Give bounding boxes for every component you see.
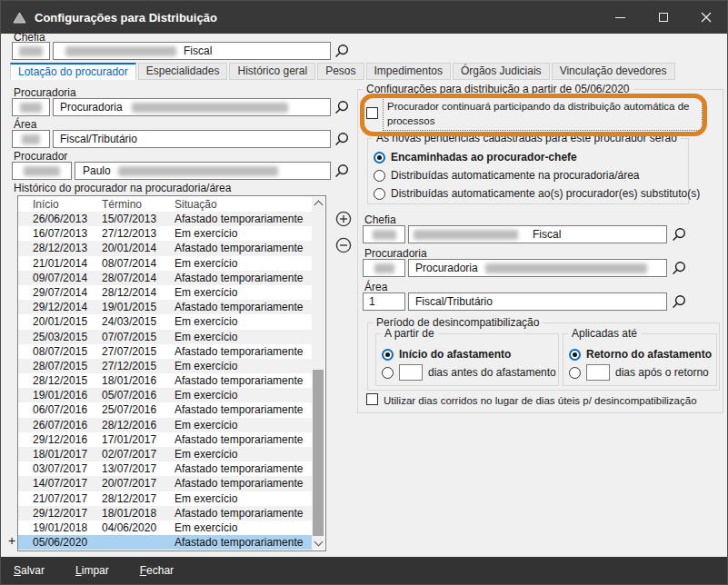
table-cell: 16/07/2013 — [18, 226, 102, 241]
table-row[interactable]: 20/01/201524/03/2015Em exercício — [18, 314, 312, 329]
procurador-label: Procurador — [14, 150, 67, 163]
scrollbar-thumb[interactable] — [313, 370, 324, 536]
limpar-button[interactable]: Limpar — [75, 564, 109, 577]
minus-circle-icon — [335, 237, 352, 253]
continua-checkbox-label[interactable]: Procurador continuará participando da di… — [383, 96, 703, 131]
area-code-field[interactable] — [12, 130, 50, 148]
procurador-search-button[interactable] — [334, 164, 349, 179]
scroll-up-icon[interactable] — [314, 201, 324, 210]
column-header[interactable]: Início — [18, 198, 102, 211]
add-button[interactable] — [335, 211, 352, 227]
table-row[interactable]: 18/01/201702/07/2017Em exercício — [18, 447, 312, 461]
area-name-field[interactable]: Fiscal/Tributário — [53, 130, 331, 148]
table-row[interactable]: 19/01/201605/07/2016Em exercício — [18, 388, 312, 402]
chefia-top-code-field[interactable] — [12, 42, 50, 60]
table-scrollbar[interactable] — [312, 197, 324, 550]
procuradoria-code-field[interactable] — [12, 98, 50, 116]
tab-hist-rico-geral[interactable]: Histórico geral — [229, 63, 315, 80]
radio-option-encaminhadas-ao-procurador-chefe[interactable]: Encaminhadas ao procurador-chefe — [368, 148, 688, 166]
table-row[interactable]: 28/12/201320/01/2014Afastado temporariam… — [18, 241, 312, 255]
radio-option-in-cio-do-afastamento[interactable]: Início do afastamento — [376, 345, 558, 363]
table-row[interactable]: 06/07/201625/07/2016Afastado temporariam… — [18, 402, 312, 417]
radio-option-retorno-do-afastamento[interactable]: Retorno do afastamento — [563, 345, 716, 363]
minimize-button[interactable] — [599, 1, 642, 34]
area-right-search-button[interactable] — [671, 294, 686, 310]
chefia-right-name-field[interactable]: Fiscal — [408, 225, 667, 243]
procurador-code-field[interactable] — [12, 162, 72, 180]
table-row[interactable]: 14/07/201720/07/2017Afastado temporariam… — [18, 476, 312, 491]
chefia-right-code-field[interactable] — [363, 225, 405, 243]
table-row[interactable]: 25/03/201507/07/2015Em exercício — [18, 330, 312, 344]
table-cell: 18/01/2018 — [102, 506, 175, 521]
tab-impedimentos[interactable]: Impedimentos — [366, 63, 451, 80]
table-row[interactable]: 09/07/201428/07/2014Afastado temporariam… — [18, 271, 312, 285]
table-row[interactable]: 29/12/201718/01/2018Afastado temporariam… — [18, 506, 312, 521]
area-right-code-field[interactable]: 1 — [363, 292, 405, 311]
table-cell: Afastado temporariamente — [175, 432, 312, 447]
table-row[interactable]: 28/12/201518/01/2016Afastado temporariam… — [18, 373, 312, 388]
continua-checkbox[interactable] — [366, 107, 378, 119]
scroll-down-icon[interactable] — [314, 538, 324, 547]
tab-especialidades[interactable]: Especialidades — [138, 63, 228, 80]
chefia-top-name-field[interactable]: Fiscal — [53, 42, 331, 60]
procuradoria-right-name-field[interactable]: Procuradoria — [408, 259, 667, 277]
radio-icon[interactable] — [569, 367, 581, 379]
radio-icon[interactable] — [569, 349, 581, 361]
tab-rg-os-judiciais[interactable]: Órgãos Judiciais — [453, 63, 550, 80]
table-row[interactable]: 29/12/201419/01/2015Afastado temporariam… — [18, 300, 312, 314]
table-row[interactable]: 05/06/2020Afastado temporariamente — [18, 535, 312, 550]
table-row[interactable]: 29/12/201617/01/2017Afastado temporariam… — [18, 432, 312, 447]
procuradoria-right-search-button[interactable] — [671, 261, 686, 276]
days-input[interactable] — [586, 364, 610, 381]
procuradoria-name-field[interactable]: Procuradoria — [53, 98, 331, 116]
radio-icon[interactable] — [382, 367, 394, 379]
table-row[interactable]: 28/07/201527/12/2015Em exercício — [18, 359, 312, 373]
column-header[interactable]: Término — [102, 198, 175, 211]
remove-button[interactable] — [335, 237, 352, 253]
radio-label: Distribuídas automaticamente na procurad… — [391, 169, 639, 182]
close-button[interactable] — [684, 1, 727, 34]
tab-pesos[interactable]: Pesos — [317, 63, 364, 80]
table-row[interactable]: 21/07/201728/12/2017Em exercício — [18, 491, 312, 506]
area-search-button[interactable] — [334, 132, 349, 147]
window-controls — [599, 1, 727, 34]
radio-icon[interactable] — [374, 152, 385, 164]
table-row[interactable]: 08/07/201527/07/2015Afastado temporariam… — [18, 344, 312, 359]
table-row[interactable]: 16/07/201327/12/2013Em exercício — [18, 226, 312, 241]
table-row[interactable]: 21/01/201408/07/2014Em exercício — [18, 256, 312, 271]
column-header[interactable]: Situação — [175, 198, 312, 211]
table-row[interactable]: 26/07/201628/12/2016Em exercício — [18, 418, 312, 432]
radio-option-dias-ap-s-o-retorno[interactable]: dias após o retorno — [563, 363, 716, 382]
dias-corridos-label[interactable]: Utilizar dias corridos no lugar de dias … — [384, 393, 697, 408]
days-input[interactable] — [399, 364, 423, 381]
tab-vincula-o-devedores[interactable]: Vinculação devedores — [552, 63, 675, 80]
dias-corridos-checkbox[interactable] — [366, 393, 378, 405]
procurador-name-field[interactable]: Paulo — [75, 162, 331, 180]
fechar-button[interactable]: Fechar — [140, 564, 174, 577]
radio-icon[interactable] — [382, 349, 394, 361]
radio-label: Encaminhadas ao procurador-chefe — [391, 151, 577, 164]
radio-icon[interactable] — [374, 188, 385, 200]
maximize-button[interactable] — [642, 1, 684, 34]
table-cell: Afastado temporariamente — [175, 212, 312, 226]
table-row[interactable]: 26/06/201315/07/2013Afastado temporariam… — [18, 212, 312, 226]
dialog-window: Configurações para Distribuição Chefia F… — [0, 0, 728, 585]
chefia-right-search-button[interactable] — [671, 227, 686, 243]
table-row[interactable]: 29/07/201428/12/2014Em exercício — [18, 285, 312, 300]
radio-option-dias-antes-do-afastamento[interactable]: dias antes do afastamento — [376, 363, 558, 382]
salvar-button[interactable]: Salvar — [14, 564, 45, 577]
radio-option-distribu-das-automaticamente-ao-s-procurador-es-substituto-s[interactable]: Distribuídas automaticamente ao(s) procu… — [368, 184, 688, 203]
procuradoria-search-button[interactable] — [334, 100, 349, 115]
aplicadas-ate-title: Aplicadas até — [568, 327, 641, 340]
radio-option-distribu-das-automaticamente-na-procuradoria-rea[interactable]: Distribuídas automaticamente na procurad… — [368, 166, 688, 184]
table-row[interactable]: 19/01/201804/06/2020Em exercício — [18, 521, 312, 535]
tab-lota-o-do-procurador[interactable]: Lotação do procurador — [10, 63, 136, 80]
procuradoria-right-code-field[interactable] — [363, 259, 405, 277]
search-icon — [334, 164, 349, 179]
table-cell: Afastado temporariamente — [175, 300, 312, 314]
radio-label: dias antes do afastamento — [428, 366, 556, 379]
table-row[interactable]: 03/07/201713/07/2017Afastado temporariam… — [18, 461, 312, 476]
chefia-top-search-button[interactable] — [334, 44, 349, 59]
area-right-name-field[interactable]: Fiscal/Tributário — [408, 292, 667, 311]
radio-icon[interactable] — [374, 170, 385, 182]
